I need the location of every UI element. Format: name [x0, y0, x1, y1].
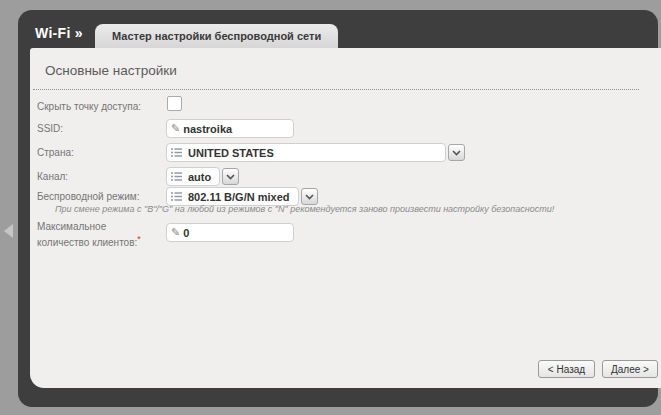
country-label: Страна: [37, 146, 163, 159]
chevron-down-icon [452, 150, 461, 156]
ssid-label: SSID: [37, 122, 163, 135]
max-clients-input[interactable] [183, 224, 289, 241]
max-clients-label: Максимальное количество клиентов:* [37, 220, 155, 249]
channel-label: Канал: [37, 170, 163, 183]
back-button[interactable]: < Назад [538, 360, 595, 378]
channel-value: auto [188, 171, 211, 183]
wireless-mode-dropdown-button[interactable] [301, 188, 318, 205]
country-select-box[interactable]: UNITED STATES [166, 143, 446, 162]
channel-dropdown-button[interactable] [222, 168, 239, 185]
section-heading-wrap: Основные настройки [33, 61, 639, 90]
sidebar-collapse-arrow-icon[interactable] [4, 224, 13, 238]
max-clients-field-wrap: ✎ [166, 223, 294, 242]
country-dropdown-button[interactable] [448, 144, 465, 161]
hide-ap-label: Скрыть точку доступа: [37, 100, 163, 113]
hide-ap-checkbox[interactable] [167, 96, 182, 111]
channel-select[interactable]: auto [166, 167, 239, 186]
page-title: Основные настройки [45, 63, 177, 78]
wireless-mode-label: Беспроводной режим: [37, 190, 163, 203]
list-icon [171, 147, 182, 158]
chevron-down-icon [226, 174, 235, 180]
wireless-mode-value: 802.11 B/G/N mixed [188, 191, 290, 203]
country-value: UNITED STATES [188, 147, 274, 159]
list-icon [171, 191, 182, 202]
next-button[interactable]: Далее > [602, 360, 658, 378]
tab-wireless-wizard[interactable]: Мастер настройки беспроводной сети [95, 24, 338, 49]
pencil-icon: ✎ [171, 227, 180, 238]
list-icon [171, 171, 182, 182]
section-title: Wi-Fi » [35, 25, 83, 41]
country-select[interactable]: UNITED STATES [166, 143, 465, 162]
mode-change-note: При смене режима с "B"/"G" на любой из р… [55, 204, 647, 214]
required-asterisk: * [137, 234, 141, 244]
ssid-field-wrap: ✎ [166, 119, 294, 138]
router-admin-page: Wi-Fi » Мастер настройки беспроводной се… [0, 0, 661, 415]
settings-content: Основные настройки Скрыть точку доступа:… [30, 48, 661, 388]
channel-select-box[interactable]: auto [166, 167, 220, 186]
chevron-down-icon [305, 194, 314, 200]
ssid-input[interactable] [183, 120, 289, 137]
pencil-icon: ✎ [171, 123, 180, 134]
